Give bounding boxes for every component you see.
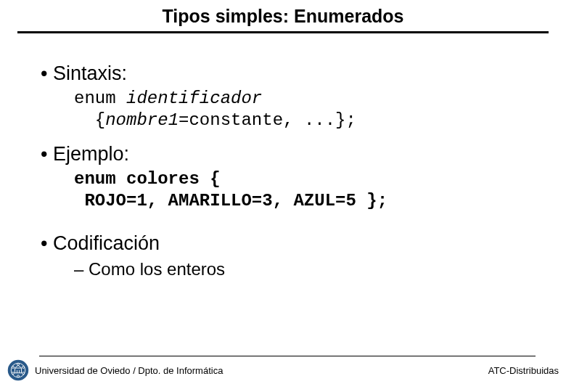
bullet-codificacion: Codificación bbox=[41, 232, 525, 255]
university-logo-icon bbox=[7, 359, 29, 381]
code-sintaxis: enum identificador {nombre1=constante, .… bbox=[74, 88, 525, 131]
subbullet-enteros: Como los enteros bbox=[74, 259, 525, 279]
footer: Universidad de Oviedo / Dpto. de Informá… bbox=[0, 356, 566, 392]
code-line: enum colores { bbox=[74, 169, 221, 189]
footer-left: Universidad de Oviedo / Dpto. de Informá… bbox=[6, 359, 223, 381]
code-text: { bbox=[74, 110, 105, 130]
slide: Tipos simples: Enumerados Sintaxis: enum… bbox=[0, 0, 566, 392]
code-ejemplo: enum colores { ROJO=1, AMARILLO=3, AZUL=… bbox=[74, 168, 525, 212]
bullet-ejemplo: Ejemplo: bbox=[41, 143, 525, 166]
code-ident: identificador bbox=[126, 89, 262, 108]
footer-right-text: ATC-Distribuidas bbox=[488, 365, 560, 376]
title-wrap: Tipos simples: Enumerados bbox=[0, 0, 566, 27]
footer-left-text: Universidad de Oviedo / Dpto. de Informá… bbox=[35, 365, 223, 376]
code-ident: nombre1 bbox=[105, 110, 179, 130]
bullet-sintaxis: Sintaxis: bbox=[41, 62, 525, 85]
footer-row: Universidad de Oviedo / Dpto. de Informá… bbox=[0, 356, 566, 381]
slide-title: Tipos simples: Enumerados bbox=[163, 6, 404, 27]
content: Sintaxis: enum identificador {nombre1=co… bbox=[0, 33, 566, 392]
code-line: ROJO=1, AMARILLO=3, AZUL=5 }; bbox=[74, 191, 387, 211]
code-text: =constante, ...}; bbox=[179, 110, 356, 130]
code-text: enum bbox=[74, 89, 126, 108]
